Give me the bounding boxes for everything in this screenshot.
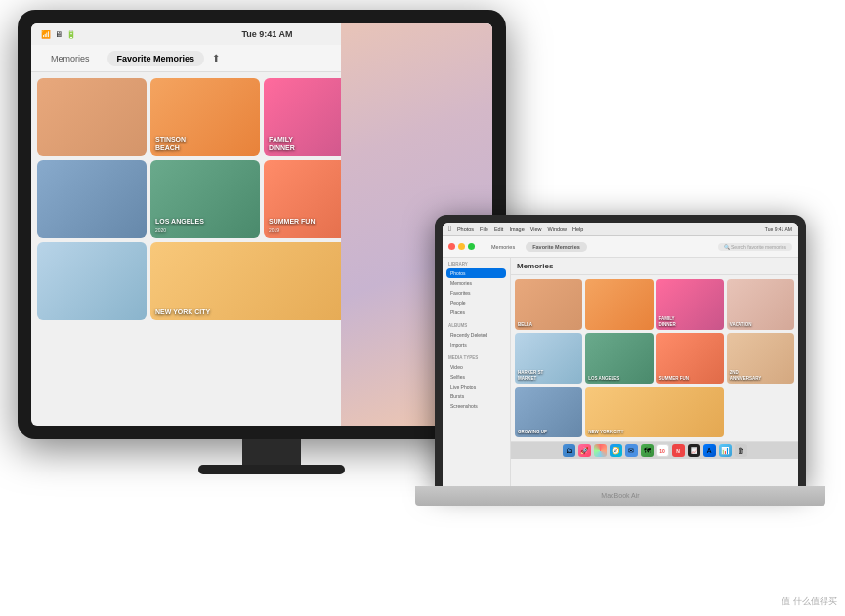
mac-search-icon: 🔍 <box>724 244 730 250</box>
close-dot[interactable] <box>448 243 455 250</box>
minimize-dot[interactable] <box>458 243 465 250</box>
mac-cell-ann[interactable]: 2NDANNIVERSARY <box>727 333 794 384</box>
display-icon: 🖥 <box>55 30 63 39</box>
macbook-display:  Photos File Edit Image View Window Hel… <box>443 223 798 488</box>
cell-label-6: LOS ANGELES2020 <box>155 218 204 234</box>
cell-label-2: STINSONBEACH <box>155 136 186 152</box>
mac-sidebar-library-title: Library <box>446 262 506 267</box>
mac-cell-growing[interactable]: GROWING UP <box>515 387 582 437</box>
mac-grid: BELLA FAMILYDINNER VACATION <box>511 275 798 441</box>
mac-label-ann: 2NDANNIVERSARY <box>730 370 762 381</box>
tv-cell-10[interactable]: NEW YORK CITY <box>150 242 373 320</box>
mac-sidebar-media-title: Media Types <box>446 355 506 360</box>
mac-sidebar-albums: Albums Recently Deleted Imports <box>446 323 506 349</box>
mac-tab-favorite[interactable]: Favorite Memories <box>526 242 587 252</box>
maximize-dot[interactable] <box>468 243 475 250</box>
mac-menu-window[interactable]: Window <box>548 226 568 232</box>
tv-tab-favorite[interactable]: Favorite Memories <box>107 51 205 66</box>
mac-menu-view[interactable]: View <box>530 226 542 232</box>
mac-label-summer: SUMMER FUN <box>659 376 690 381</box>
tv-cell-5[interactable] <box>37 160 147 238</box>
watermark-text: 值 什么值得买 <box>782 596 837 606</box>
mac-sidebar-memories[interactable]: Memories <box>446 278 506 288</box>
mac-dock-launchpad[interactable]: 🚀 <box>578 444 591 457</box>
mac-dock-appstore[interactable]: A <box>703 444 716 457</box>
cell-label-7: SUMMER FUN2019 <box>269 218 315 234</box>
macbook:  Photos File Edit Image View Window Hel… <box>415 215 825 586</box>
mac-sidebar-bursts[interactable]: Bursts <box>446 391 506 401</box>
mac-sidebar-imports[interactable]: Imports <box>446 340 506 349</box>
cell-label-3: FAMILYDINNER <box>269 136 295 152</box>
mac-dock-safari[interactable]: 🧭 <box>610 444 622 457</box>
mac-search-placeholder: Search favorite memories <box>731 244 786 250</box>
mac-menu-file[interactable]: File <box>480 226 488 232</box>
mac-menu-photos[interactable]: Photos <box>457 226 474 232</box>
scene: 📶 🖥 🔋 Tue 9:41 AM 👤 ☰ Memories Favorite … <box>0 0 845 616</box>
mac-cell-2[interactable] <box>585 279 653 330</box>
mac-dock-photos-mac[interactable] <box>594 444 607 457</box>
wifi-icon: 📶 <box>41 30 51 39</box>
mac-sidebar-selfies[interactable]: Selfies <box>446 372 506 382</box>
mac-sidebar-places[interactable]: Places <box>446 308 506 317</box>
mac-sidebar: Library Photos Memories Favorites People… <box>443 258 511 488</box>
mac-sidebar-deleted[interactable]: Recently Deleted <box>446 330 506 340</box>
mac-tab-memories[interactable]: Memories <box>485 242 522 252</box>
macbook-base: MacBook Air <box>415 486 825 506</box>
mac-sidebar-screenshots[interactable]: Screenshots <box>446 401 506 411</box>
mac-tabs: Memories Favorite Memories <box>485 242 587 252</box>
mac-label-market: HARKER STMARKET <box>518 370 543 381</box>
mac-label-la: LOS ANGELES <box>588 376 619 381</box>
mac-sidebar-live[interactable]: Live Photos <box>446 382 506 391</box>
mac-content: Library Photos Memories Favorites People… <box>443 258 798 488</box>
mac-traffic-lights <box>448 243 475 250</box>
mac-sidebar-photos[interactable]: Photos <box>446 268 506 278</box>
mac-dock-trash[interactable]: 🗑 <box>735 444 747 457</box>
mac-menu-image[interactable]: Image <box>509 226 524 232</box>
mac-cell-family[interactable]: FAMILYDINNER <box>656 279 724 330</box>
mac-dock-maps[interactable]: 🗺 <box>641 444 654 457</box>
macbook-label: MacBook Air <box>415 486 825 506</box>
mac-sidebar-mediatypes: Media Types Video Selfies Live Photos Bu… <box>446 355 506 411</box>
tv-tab-memories[interactable]: Memories <box>41 51 100 66</box>
mac-sidebar-people[interactable]: People <box>446 298 506 308</box>
mac-search[interactable]: 🔍 Search favorite memories <box>718 243 792 251</box>
mac-cell-summer[interactable]: SUMMER FUN <box>656 333 724 384</box>
cell-label-10: NEW YORK CITY <box>155 308 210 316</box>
battery-icon: 🔋 <box>66 30 76 39</box>
mac-dock-mail[interactable]: ✉ <box>625 444 638 457</box>
mac-cell-bella[interactable]: BELLA <box>515 279 582 330</box>
tv-stand <box>242 439 301 467</box>
mac-toolbar: Memories Favorite Memories 🔍 Search favo… <box>443 236 798 258</box>
tv-cell-1[interactable] <box>37 78 147 156</box>
mac-main-area: Memories BELLA FAMILYDINNER <box>511 258 798 488</box>
tv-cell-6[interactable]: LOS ANGELES2020 <box>150 160 260 238</box>
mac-dock-stocks[interactable]: 📈 <box>688 444 700 457</box>
mac-sidebar-video[interactable]: Video <box>446 362 506 372</box>
mac-label-vacation: VACATION <box>730 322 752 327</box>
mac-label-growing: GROWING UP <box>518 430 547 434</box>
tv-base <box>198 465 345 474</box>
mac-dock-numbers-mac[interactable]: 📊 <box>719 444 732 457</box>
mac-dock-news-mac[interactable]: N <box>672 444 685 457</box>
mac-time: Tue 9:41 AM <box>765 226 792 232</box>
mac-label-family: FAMILYDINNER <box>659 316 676 327</box>
tv-cell-2[interactable]: STINSONBEACH <box>150 78 260 156</box>
mac-main-title: Memories <box>511 258 798 275</box>
upload-icon[interactable]: ⬆ <box>212 53 220 63</box>
mac-dock: 🗂 🚀 🧭 ✉ 🗺 10 N 📈 A 📊 🗑 <box>511 441 798 459</box>
mac-cell-la[interactable]: LOS ANGELES <box>585 333 653 384</box>
mac-sidebar-albums-title: Albums <box>446 323 506 328</box>
mac-cell-nyc[interactable]: NEW YORK CITY <box>585 387 724 437</box>
mac-cell-vacation[interactable]: VACATION <box>727 279 794 330</box>
mac-menu-help[interactable]: Help <box>572 226 583 232</box>
mac-menu-edit[interactable]: Edit <box>494 226 503 232</box>
mac-dock-calendar-mac[interactable]: 10 <box>656 444 669 457</box>
mac-cell-market[interactable]: HARKER STMARKET <box>515 333 582 384</box>
tv-cell-9[interactable] <box>37 242 147 320</box>
watermark: 值 什么值得买 <box>782 595 837 608</box>
apple-menu-icon[interactable]:  <box>448 225 451 233</box>
mac-sidebar-favorites[interactable]: Favorites <box>446 288 506 298</box>
mac-dock-finder[interactable]: 🗂 <box>563 444 575 457</box>
macbook-screen:  Photos File Edit Image View Window Hel… <box>435 215 806 488</box>
tv-time: Tue 9:41 AM <box>241 29 292 39</box>
